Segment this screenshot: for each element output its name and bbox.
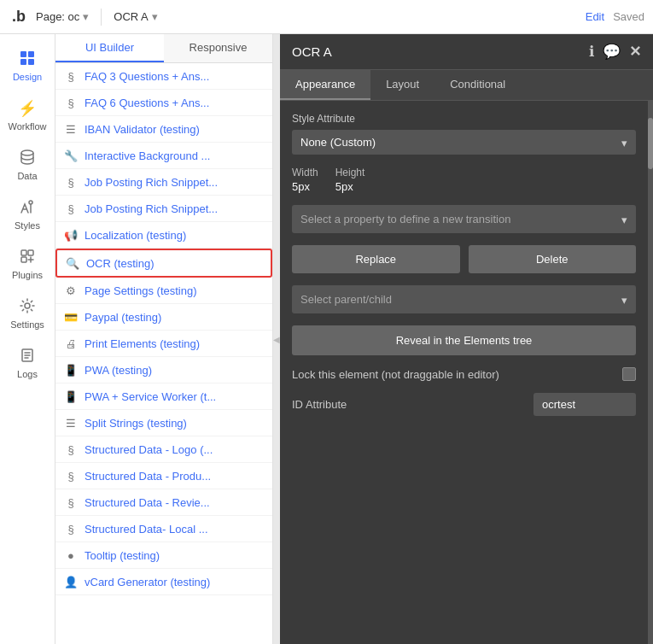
props-tabs: Appearance Layout Conditional [280, 70, 653, 101]
tab-responsive[interactable]: Responsive [164, 34, 272, 62]
list-item-ocr[interactable]: 🔍 OCR (testing) [55, 249, 272, 278]
top-bar: .b Page: oc ▾ OCR A ▾ Edit Saved [0, 0, 653, 34]
transition-dropdown[interactable]: Select a property to define a new transi… [292, 205, 636, 233]
reveal-button[interactable]: Reveal in the Elements tree [292, 325, 636, 355]
item-text: Paypal (testing) [85, 311, 264, 324]
close-icon[interactable]: ✕ [629, 43, 641, 61]
data-icon [19, 149, 36, 167]
properties-panel: OCR A ℹ 💬 ✕ Appearance Layout Conditiona… [280, 34, 653, 644]
page-dropdown-icon: ▾ [83, 10, 89, 23]
list-item[interactable]: 💳 Paypal (testing) [55, 304, 272, 331]
delete-button[interactable]: Delete [469, 245, 637, 273]
list-item[interactable]: § Structured Data - Revie... [55, 489, 272, 516]
height-group: Height 5px [335, 167, 365, 193]
item-text: Localization (testing) [85, 229, 264, 242]
list-item[interactable]: ☰ Split Strings (testing) [55, 410, 272, 436]
list-item[interactable]: § Structured Data- Local ... [55, 516, 272, 542]
select-parent-dropdown[interactable]: Select parent/child [292, 285, 636, 313]
sidebar-label-design: Design [13, 72, 42, 82]
item-text: Structured Data- Local ... [85, 523, 264, 536]
sidebar-item-design[interactable]: Design [0, 41, 55, 91]
tab-conditional[interactable]: Conditional [434, 70, 521, 100]
info-icon[interactable]: ℹ [589, 43, 594, 61]
svg-rect-2 [20, 59, 26, 65]
page-selector[interactable]: Page: oc ▾ [36, 10, 89, 23]
list-item[interactable]: § FAQ 6 Questions + Ans... [55, 90, 272, 116]
comment-icon[interactable]: 💬 [603, 43, 621, 61]
svg-rect-1 [28, 51, 34, 57]
element-dropdown-icon: ▾ [152, 10, 158, 23]
sidebar: Design ⚡ Workflow Data [0, 34, 55, 644]
replace-button[interactable]: Replace [292, 245, 460, 273]
item-icon: 👤 [64, 575, 78, 588]
tab-appearance[interactable]: Appearance [280, 70, 370, 100]
list-item[interactable]: ⚙ Page Settings (testing) [55, 278, 272, 304]
sidebar-item-styles[interactable]: Styles [0, 190, 55, 239]
item-text: FAQ 3 Questions + Ans... [85, 70, 264, 83]
svg-point-9 [25, 303, 30, 308]
item-icon: ⚙ [64, 284, 78, 297]
tab-layout[interactable]: Layout [370, 70, 434, 100]
list-item[interactable]: § Job Posting Rich Snippet... [55, 196, 272, 222]
list-item[interactable]: 👤 vCard Generator (testing) [55, 569, 272, 595]
list-item[interactable]: § Structured Data - Logo (... [55, 436, 272, 463]
item-text: Structured Data - Logo (... [85, 443, 264, 456]
list-item[interactable]: 🔧 Interactive Background ... [55, 143, 272, 169]
saved-status: Saved [613, 10, 644, 23]
list-item[interactable]: 📱 PWA (testing) [55, 357, 272, 383]
item-icon: § [64, 69, 78, 83]
list-item[interactable]: 📱 PWA + Service Worker (t... [55, 383, 272, 410]
id-attr-label: ID Attribute [292, 398, 525, 411]
item-icon: § [64, 522, 78, 536]
sidebar-label-styles: Styles [15, 220, 40, 231]
sidebar-label-logs: Logs [17, 369, 38, 379]
list-item[interactable]: § Structured Data - Produ... [55, 463, 272, 489]
list-item[interactable]: § Job Posting Rich Snippet... [55, 169, 272, 196]
logo: .b [9, 7, 29, 27]
sidebar-item-workflow[interactable]: ⚡ Workflow [0, 91, 55, 140]
item-icon: 📱 [64, 363, 78, 377]
item-icon: ☰ [64, 416, 78, 430]
lock-checkbox[interactable] [622, 367, 636, 381]
props-scrollbar[interactable] [648, 101, 653, 644]
svg-point-4 [21, 150, 33, 155]
list-item[interactable]: § FAQ 3 Questions + Ans... [55, 63, 272, 90]
item-text: Job Posting Rich Snippet... [85, 202, 264, 215]
height-value: 5px [335, 180, 353, 193]
width-group: Width 5px [292, 167, 318, 193]
svg-rect-8 [21, 257, 26, 262]
sidebar-item-logs[interactable]: Logs [0, 338, 55, 388]
width-label: Width [292, 167, 318, 179]
id-attr-row: ID Attribute [292, 393, 636, 416]
item-icon: 📱 [64, 389, 78, 403]
tab-ui-builder[interactable]: UI Builder [55, 34, 164, 62]
item-icon: 💳 [64, 310, 78, 324]
list-item[interactable]: ☰ IBAN Validator (testing) [55, 116, 272, 143]
style-attribute-select[interactable]: None (Custom) [292, 130, 636, 155]
id-attr-input[interactable] [533, 393, 636, 416]
wh-row: Width 5px Height 5px [292, 167, 636, 193]
sidebar-item-data[interactable]: Data [0, 140, 55, 190]
edit-button[interactable]: Edit [586, 10, 604, 23]
element-selector[interactable]: OCR A ▾ [114, 10, 157, 23]
list-item[interactable]: ● Tooltip (testing) [55, 542, 272, 569]
item-icon: 🔧 [64, 149, 78, 162]
list-item[interactable]: 🖨 Print Elements (testing) [55, 331, 272, 357]
select-parent-select[interactable]: Select parent/child [292, 285, 636, 313]
sidebar-item-settings[interactable]: Settings [0, 289, 55, 338]
list-item[interactable]: 📢 Localization (testing) [55, 222, 272, 249]
item-text: Structured Data - Produ... [85, 470, 264, 483]
style-attribute-dropdown[interactable]: None (Custom) [292, 130, 636, 155]
style-attribute-label: Style Attribute [292, 113, 636, 125]
item-icon: § [64, 442, 78, 456]
item-text: Structured Data - Revie... [85, 496, 264, 509]
item-icon: § [64, 495, 78, 509]
item-text: Print Elements (testing) [85, 337, 264, 350]
svg-rect-3 [28, 59, 34, 65]
transition-select[interactable]: Select a property to define a new transi… [292, 205, 636, 233]
item-text: vCard Generator (testing) [85, 576, 264, 588]
sidebar-item-plugins[interactable]: Plugins [0, 239, 55, 289]
panel-resizer[interactable]: ◀ [273, 34, 280, 644]
item-icon: § [64, 175, 78, 189]
item-text: FAQ 6 Questions + Ans... [85, 97, 264, 109]
